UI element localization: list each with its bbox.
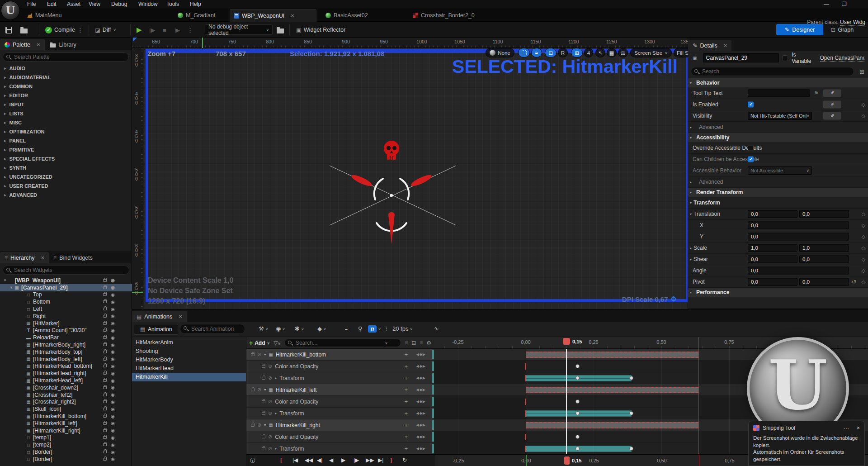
mute-icon[interactable]: ⊘ [257,387,261,393]
expander-icon[interactable]: ▾ [264,388,266,392]
playback-end-marker[interactable] [698,337,699,349]
keyframe-options-dropdown[interactable]: ✱∨ [295,325,304,332]
keyframe-circle[interactable] [576,376,580,380]
compile-options-icon[interactable]: ⋮ [77,27,84,33]
expander-icon[interactable]: ▾ [688,190,693,195]
expander-icon[interactable]: ▸ [4,75,6,80]
layout-toggle[interactable]: ⊡ [545,48,557,57]
value-field-x[interactable]: 0,0 [748,267,849,275]
value-field-x[interactable]: 0,0 [748,278,797,286]
toast-close-icon[interactable]: × [857,425,860,431]
visibility-eye-icon[interactable]: ◉ [111,328,115,333]
menu-file[interactable]: File [27,1,36,7]
expander-icon[interactable]: ▾ [688,136,693,140]
keyframe-circle[interactable] [576,447,580,451]
is-variable-checkbox[interactable] [783,55,788,61]
mute-icon[interactable]: ⊘ [268,446,272,452]
lock-icon[interactable] [103,322,107,325]
menu-window[interactable]: Window [138,1,158,7]
visibility-eye-icon[interactable]: ◉ [111,342,115,347]
lock-icon[interactable] [103,400,107,403]
palette-category[interactable]: ▸ ADVANCED [0,190,132,200]
snap-options-icon[interactable]: ⋮ [383,325,389,332]
visibility-eye-icon[interactable]: ◉ [111,392,115,397]
keyframe-nav-icons[interactable]: ◀◆▶ [416,388,426,392]
keyframe-diamond-icon[interactable]: ◇ [862,223,865,228]
visibility-eye-icon[interactable]: ◉ [111,399,115,404]
add-key-icon[interactable]: + [404,398,408,405]
lock-icon[interactable] [251,353,255,356]
hierarchy-item[interactable]: Bottom ◉ [0,298,132,305]
animation-mode-button[interactable]: ▦ Animation [134,324,178,335]
mute-icon[interactable]: ⊘ [268,363,272,369]
visibility-eye-icon[interactable]: ◉ [111,371,115,376]
transport-icon[interactable]: ◀ [329,457,333,463]
visibility-eye-icon[interactable]: ◉ [111,300,115,304]
hierarchy-item[interactable]: [Border] ◉ [0,456,132,463]
expander-icon[interactable]: ▸ [4,175,6,179]
fill-icon[interactable]: ◒ [344,325,348,332]
track-row[interactable]: ⊘ ▾ ▸ Color and Opacity + ◀◆▶ [246,431,434,443]
expander-icon[interactable]: ▸ [4,166,6,170]
visibility-eye-icon[interactable]: ◉ [111,414,115,419]
details-view-options-icon[interactable]: ⊞ [859,68,864,75]
hierarchy-item[interactable]: [Border] ◉ [0,448,132,456]
tab-details[interactable]: ✎ Details × [688,40,731,51]
tab-mainmenu[interactable]: MainMenu [24,9,65,22]
palette-category[interactable]: ▸ USER CREATED [0,181,132,190]
add-key-icon[interactable]: + [404,375,408,381]
info-icon[interactable]: ⓘ [250,457,255,465]
value-field-x[interactable]: 0,0 [748,210,797,218]
close-tab-icon[interactable]: × [179,313,182,320]
preview-background-dropdown[interactable]: None [486,48,514,57]
property-dropdown[interactable]: Not Accessible∨ [748,166,812,175]
palette-category[interactable]: ▸ OPTIMIZATION [0,127,132,136]
visibility-eye-icon[interactable]: ◉ [111,285,115,290]
list-view-icon[interactable]: ≡ [405,340,408,346]
collapse-view-icon[interactable]: ⊟ [411,340,416,346]
track-row[interactable]: ⊘ ▾ ▸ Transform + ◀◆▶ [246,443,434,454]
add-key-icon[interactable]: + [404,351,408,358]
hierarchy-item[interactable]: ▾ [CanvasPanel_29] ◉ [0,284,132,291]
property-checkbox[interactable] [748,102,754,108]
parent-class-link[interactable]: User Widg [840,19,865,26]
animation-list-item[interactable]: HitMarkerAnim [132,338,246,347]
keyframe-diamond-icon[interactable]: ◇ [862,245,865,251]
play-button[interactable]: ▶ [137,24,142,35]
filter-icon[interactable]: ▽∨ [274,340,281,346]
compile-button[interactable]: ✓ Compile ⋮ [45,24,84,35]
tab-basicasset02[interactable]: BasicAsset02 [322,9,372,22]
lock-icon[interactable] [103,458,107,461]
expander-icon[interactable]: ▸ [275,376,277,380]
group-range-bar[interactable] [526,352,698,358]
keyframe-nav-icons[interactable]: ◀◆▶ [416,364,426,368]
frame-skip-button[interactable]: |▶ [149,24,155,35]
track-row[interactable]: ⊘ ▾ ▸ Transform + ◀◆▶ [246,372,434,384]
palette-category[interactable]: ▸ UNCATEGORIZED [0,172,132,181]
keyframe-diamond-icon[interactable]: ◇ [862,113,865,119]
bind-link-button[interactable]: ∞ [823,90,841,97]
expander-icon[interactable]: ▾ [688,290,693,295]
lock-icon[interactable] [262,447,265,450]
palette-category[interactable]: ▸ PANEL [0,136,132,145]
widget-reflector-button[interactable]: ▣ Widget Reflector [296,24,345,35]
close-tab-icon[interactable]: × [291,12,294,19]
visibility-eye-icon[interactable]: ◉ [111,428,115,433]
visibility-eye-icon[interactable]: ◉ [111,450,115,455]
menu-debug[interactable]: Debug [111,1,127,7]
designer-canvas[interactable]: Zoom +7 708 x 657 Selection: 1.921,92 x … [143,48,688,309]
hierarchy-item[interactable]: Right ◉ [0,313,132,320]
hierarchy-item[interactable]: [Ammo Count] "30/30" ◉ [0,327,132,334]
track-row[interactable]: ⊘ ▾ ▸ HitmarkerKill_left + ◀◆▶ [246,384,434,396]
expander-icon[interactable]: ▾ [688,212,693,216]
lock-toggle[interactable]: 🔒︎ [531,48,542,57]
stop-button[interactable]: ■ [163,24,166,35]
expander-icon[interactable]: ▸ [4,147,6,152]
expander-icon[interactable]: ▸ [688,257,693,262]
hierarchy-item[interactable]: [HitmarkerHead_right] ◉ [0,370,132,377]
track-row[interactable]: ⊘ ▾ ▸ Transform + ◀◆▶ [246,408,434,419]
keyframe-nav-icons[interactable]: ◀◆▶ [416,423,426,427]
visibility-eye-icon[interactable]: ◉ [111,335,115,340]
visibility-eye-icon[interactable]: ◉ [111,442,115,447]
debug-object-dropdown[interactable]: No debug object selected∨ [205,24,273,35]
